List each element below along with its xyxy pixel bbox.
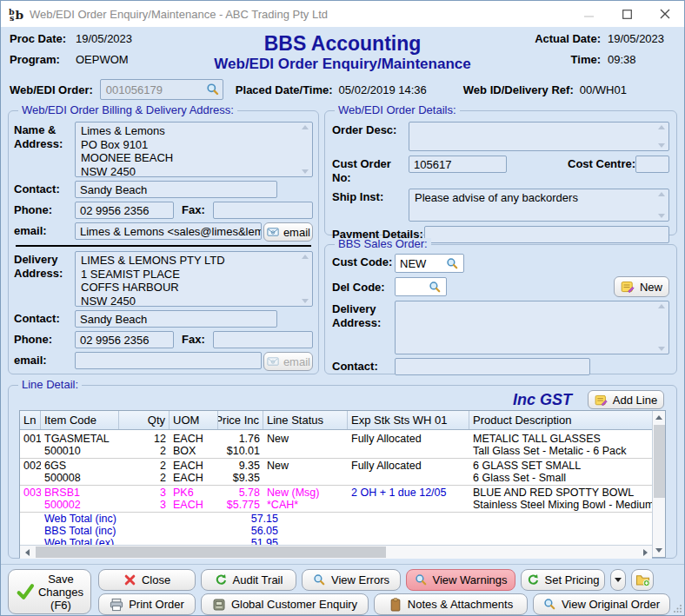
billing-address-textarea[interactable]: Limes & Lemons PO Box 9101 MOONEE BEACH … [75,122,313,177]
del-code-lookup-icon[interactable] [429,281,442,294]
scroll-up-icon[interactable] [302,125,309,129]
app-window: Web/EDI Order Enquiry/Maintenance - ABC … [0,0,685,616]
col-uom: UOM [170,411,218,429]
delivery-address-line: COFFS HARBOUR [81,281,296,295]
scroll-right-icon[interactable] [638,546,652,559]
cost-centre-input[interactable] [635,156,669,173]
archive-icon [212,598,226,612]
scroll-up-icon[interactable] [658,192,665,196]
col-price-inc: Price Inc [218,411,263,429]
scroll-down-icon[interactable] [658,214,665,218]
maximize-button[interactable] [608,1,646,27]
scroll-up-icon[interactable] [653,411,665,424]
delivery-address-line: 1 SEAMIST PLACE [81,268,296,282]
scroll-down-icon[interactable] [302,169,309,174]
sales-delivery-address-textarea[interactable] [395,301,669,354]
billing-address-line: PO Box 9101 [81,138,296,152]
global-customer-enquiry-button[interactable]: Global Customer Enquiry [201,593,369,615]
set-pricing-dropdown-button[interactable] [610,569,626,591]
folder-add-button[interactable] [631,569,654,591]
scroll-down-icon[interactable] [302,299,309,303]
inc-gst-label: Inc GST [513,391,572,409]
app-title: BBS Accounting [183,32,502,55]
delivery-address-textarea[interactable]: LIMES & LEMONS PTY LTD 1 SEAMIST PLACE C… [75,251,313,307]
table-row[interactable]: 002 6GS 2 EACH 9.35 New Fully Allocated … [20,458,652,485]
sales-contact-input[interactable] [395,358,590,375]
delivery-phone-input[interactable]: 02 9956 2356 [75,331,174,348]
sales-delivery-address-label: Delivery [332,302,395,316]
delivery-contact-input[interactable]: Sandy Beach [75,310,277,328]
cust-order-no-input[interactable]: 105617 [409,156,507,173]
minimize-icon [584,10,594,19]
line-detail-group-title: Line Detail: [18,379,82,391]
program-label: Program: [10,53,76,66]
table-row[interactable]: 001 TGASMETAL 12 EACH 1.76 New Fully All… [20,432,652,458]
vertical-scrollbar[interactable] [652,411,665,557]
actual-date-label: Actual Date: [535,32,601,45]
scroll-down-icon[interactable] [658,347,665,351]
webid-value: 00/WH01 [580,83,627,96]
close-button[interactable] [646,1,684,27]
scroll-left-icon[interactable] [20,546,34,559]
print-order-button[interactable]: Print Order [98,593,196,615]
billing-fax-input[interactable] [213,202,313,219]
billing-email-button[interactable]: email [263,222,313,242]
billing-phone-input[interactable]: 02 9956 2356 [75,202,174,219]
notes-attachments-button[interactable]: Notes & Attachments [374,593,528,615]
refresh-icon [527,573,540,586]
delivery-contact-label: Contact: [14,310,75,326]
section-divider [16,245,311,247]
ship-inst-textarea[interactable]: Please advise of any backorders [409,189,669,222]
save-changes-button[interactable]: Save Changes (F6) [8,569,91,614]
billing-contact-input[interactable]: Sandy Beach [75,181,277,198]
scroll-down-icon[interactable] [658,143,665,148]
view-errors-button[interactable]: View Errors [302,569,401,591]
email-icon [266,355,280,368]
view-original-order-button[interactable]: View Original Order [533,593,670,615]
program-value: OEPWOM [76,53,129,66]
delivery-fax-input[interactable] [213,331,313,348]
billing-address-line: NSW 2450 [81,165,296,178]
cust-code-input[interactable]: NEW [395,254,464,273]
delivery-email-input[interactable] [75,352,262,369]
recycle-icon [215,573,228,586]
order-desc-textarea[interactable] [409,122,669,151]
scroll-up-icon[interactable] [302,255,309,259]
delivery-phone-label: Phone: [14,331,75,347]
billing-group-title: Web/EDI Order Billing & Delivery Address… [18,104,237,116]
del-code-input[interactable] [395,277,447,296]
chevron-down-icon [615,578,622,582]
cust-code-lookup-icon[interactable] [446,257,459,270]
new-button[interactable]: New [614,276,669,297]
payment-details-input[interactable] [424,226,669,243]
scroll-down-icon[interactable] [653,544,665,557]
scroll-up-icon[interactable] [658,304,665,308]
hscroll-thumb[interactable] [36,546,386,558]
billing-phone-label: Phone: [14,202,75,217]
horizontal-scrollbar[interactable] [20,545,652,559]
folder-plus-icon [635,573,650,587]
col-item-code: Item Code [41,411,119,429]
scroll-up-icon[interactable] [658,125,665,129]
order-lookup-icon[interactable] [206,83,220,96]
delivery-address-line: LIMES & LEMONS PTY LTD [81,254,296,268]
total-row: Web Total (ex) 51.95 [20,537,652,545]
total-row: BBS Total (inc) 56.05 [20,525,652,537]
vscroll-thumb[interactable] [654,425,665,498]
audit-trail-button[interactable]: Audit Trail [201,569,296,591]
view-warnings-button[interactable]: View Warnings [406,569,515,591]
title-bar: Web/EDI Order Enquiry/Maintenance - ABC … [1,1,684,27]
placed-datetime-label: Placed Date/Time: [236,83,333,96]
webedi-order-input[interactable]: 001056179 [100,79,223,100]
clipboard-icon [389,598,402,612]
check-icon [16,582,35,601]
resize-grip[interactable] [673,604,682,613]
proc-date-label: Proc Date: [10,32,76,45]
sales-contact-label: Contact: [332,358,395,374]
order-bar: Web/EDI Order: 001056179 Placed Date/Tim… [1,77,684,102]
add-line-button[interactable]: Add Line [588,390,664,409]
set-pricing-button[interactable]: Set Pricing [521,569,605,591]
table-row-warning[interactable]: 003 BRSB1 3 PK6 5.78 New (Msg) 2 OH + 1 … [20,485,652,512]
close-order-button[interactable]: Close [98,569,196,591]
billing-email-input[interactable]: Limes & Lemons <sales@limes&lem [75,222,262,240]
